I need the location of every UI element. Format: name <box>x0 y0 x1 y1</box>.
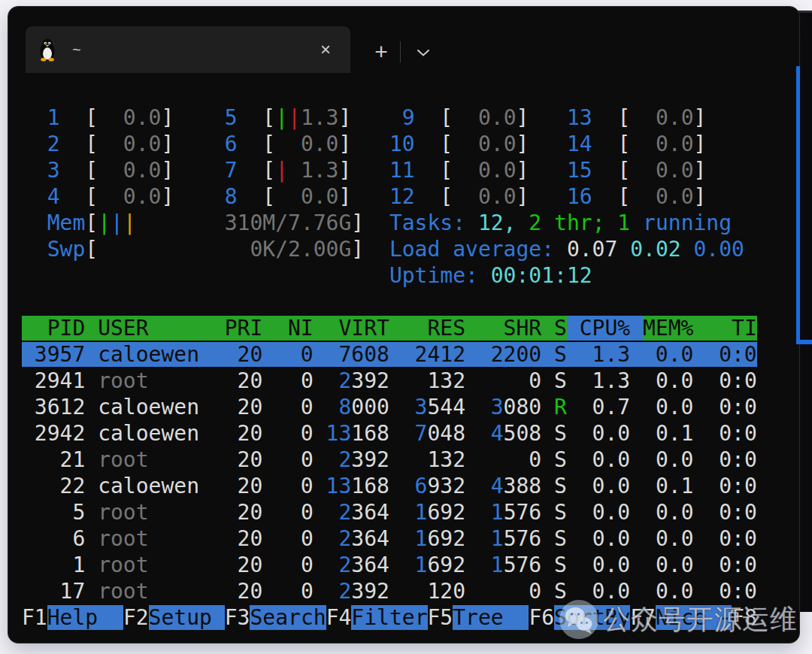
fnkey-button[interactable]: Search <box>250 605 326 630</box>
text-segment: 20 0 <box>212 526 339 551</box>
text-segment: 3957 caloewen 20 0 7608 2412 2200 S 1.3 … <box>22 342 757 367</box>
text-segment: 20 0 <box>212 500 339 525</box>
text-segment: F8 <box>732 605 757 630</box>
text-segment: [ <box>60 184 98 209</box>
text-segment: 6 <box>22 526 98 551</box>
text-segment: 1 <box>491 526 504 551</box>
fnkey-button[interactable]: Nice - <box>656 605 732 630</box>
text-segment: 2 <box>338 553 351 577</box>
text-segment: ] <box>694 105 707 130</box>
fnkey-button[interactable]: Help <box>47 605 123 630</box>
text-segment: 3 <box>491 395 504 419</box>
text-segment: root <box>98 447 212 472</box>
tab-dropdown-button[interactable] <box>411 43 435 62</box>
text-segment: R <box>554 395 567 419</box>
terminal-row: F1Help F2Setup F3SearchF4FilterF5Tree F6… <box>22 604 760 631</box>
terminal-row: Mem[||| 310M/7.76G] Tasks: 12, 2 thr; 1 … <box>22 210 760 236</box>
text-segment: 168 <box>351 421 414 446</box>
text-segment <box>364 237 389 262</box>
text-segment: | <box>98 210 111 235</box>
text-segment: root <box>98 500 212 525</box>
text-segment: 5 <box>174 105 237 130</box>
text-segment: ] <box>694 184 707 209</box>
text-segment: 0.0 <box>453 132 516 156</box>
text-segment: 1 <box>415 500 428 525</box>
terminal-row: 3 [ 0.0] 7 [| 1.3] 11 [ 0.0] 15 [ 0.0] <box>22 157 760 183</box>
text-segment: 508 S 0.0 0.1 0:0 <box>504 421 757 446</box>
terminal-tab[interactable]: ~ × <box>26 26 350 73</box>
text-segment: | <box>275 158 288 183</box>
text-segment: ] <box>517 184 529 209</box>
chevron-down-icon <box>417 49 430 57</box>
text-segment: ] <box>161 105 174 130</box>
text-segment: 2 <box>22 132 60 156</box>
text-segment: 544 <box>427 395 490 419</box>
text-segment: F3 <box>225 605 250 630</box>
text-segment: Tasks: <box>389 210 478 235</box>
text-segment: 1 <box>22 553 98 577</box>
terminal-row: 2 [ 0.0] 6 [ 0.0] 10 [ 0.0] 14 [ 0.0] <box>22 131 760 157</box>
text-segment: 392 132 0 S 1.3 0.0 0:0 <box>351 368 756 393</box>
text-segment: 2 <box>338 526 351 551</box>
titlebar: ~ × + <box>8 7 799 73</box>
text-segment: F1 <box>22 605 47 630</box>
text-segment: [ <box>592 132 631 156</box>
text-segment: 0.0 <box>98 184 161 209</box>
fnkey-button[interactable]: Setup <box>149 605 225 630</box>
text-segment: 168 <box>351 474 414 498</box>
terminal-row: Uptime: 00:01:12 <box>22 262 760 289</box>
text-segment: F4 <box>326 605 352 630</box>
fnkey-button[interactable]: SortBy <box>554 605 630 630</box>
new-tab-button[interactable]: + <box>368 38 395 65</box>
tab-close-icon[interactable]: × <box>313 37 338 62</box>
text-segment: 310M/7.76G <box>136 210 352 235</box>
text-segment <box>364 210 389 235</box>
text-segment: 2 <box>338 500 351 525</box>
fnkey-button[interactable]: Filter <box>351 605 427 630</box>
text-segment: 4 <box>491 474 504 498</box>
text-segment: 932 <box>427 474 490 498</box>
terminal-row: 1 root 20 0 2364 1692 1576 S 0.0 0.0 0:0 <box>22 552 760 578</box>
text-segment: [ <box>592 105 631 130</box>
text-segment: 0.0 <box>630 184 693 209</box>
text-segment: 1 <box>491 553 504 577</box>
text-segment: 1.3 <box>301 105 339 130</box>
terminal-row: 3957 caloewen 20 0 7608 2412 2200 S 1.3 … <box>22 341 760 368</box>
text-segment: ] <box>161 158 174 183</box>
text-segment: 13 <box>326 421 352 446</box>
terminal-row: 2942 caloewen 20 0 13168 7048 4508 S 0.0… <box>22 420 760 447</box>
text-segment: 000 <box>351 395 414 419</box>
text-segment: 080 <box>504 395 554 419</box>
text-segment: 00:01:12 <box>491 263 592 288</box>
text-segment: 13 <box>326 474 352 498</box>
text-segment: 2 thr; <box>529 210 617 235</box>
text-segment: CPU% <box>567 316 643 341</box>
text-segment: 12 <box>351 184 414 209</box>
text-segment: ] <box>161 184 174 209</box>
text-segment: 2942 caloewen 20 0 <box>22 421 326 446</box>
tab-title: ~ <box>72 41 81 59</box>
text-segment: PID USER PRI NI VIRT RES SHR S <box>22 316 567 341</box>
terminal-screen[interactable]: 1 [ 0.0] 5 [||1.3] 9 [ 0.0] 13 [ 0.0] 2 … <box>22 104 760 631</box>
text-segment: 7 <box>415 421 428 446</box>
text-segment: 9 <box>351 105 414 130</box>
text-segment: Uptime: <box>389 263 491 288</box>
text-segment: 0.0 <box>275 184 338 209</box>
text-segment: 0.0 <box>98 132 161 156</box>
text-segment: 8 <box>174 184 237 209</box>
terminal-row: 1 [ 0.0] 5 [||1.3] 9 [ 0.0] 13 [ 0.0] <box>22 104 760 131</box>
text-segment: 0.0 <box>630 158 693 183</box>
text-segment: 3612 caloewen 20 0 <box>22 395 338 419</box>
text-segment: 392 120 0 S 0.0 0.0 0:0 <box>351 579 756 604</box>
text-segment: ] <box>338 158 351 183</box>
terminal-row: Swp[ 0K/2.00G] Load average: 0.07 0.02 0… <box>22 236 760 262</box>
text-segment: | <box>123 210 136 235</box>
terminal-row: 5 root 20 0 2364 1692 1576 S 0.0 0.0 0:0 <box>22 499 760 525</box>
text-segment: 14 <box>529 132 592 156</box>
blue-highlight-edge-bottom <box>796 340 812 344</box>
blue-highlight-edge-vertical <box>796 66 800 344</box>
text-segment: 2 <box>338 368 351 393</box>
fnkey-button[interactable]: Tree <box>453 605 529 630</box>
text-segment: 0.0 <box>275 132 338 156</box>
text-segment: 6 <box>174 132 237 156</box>
